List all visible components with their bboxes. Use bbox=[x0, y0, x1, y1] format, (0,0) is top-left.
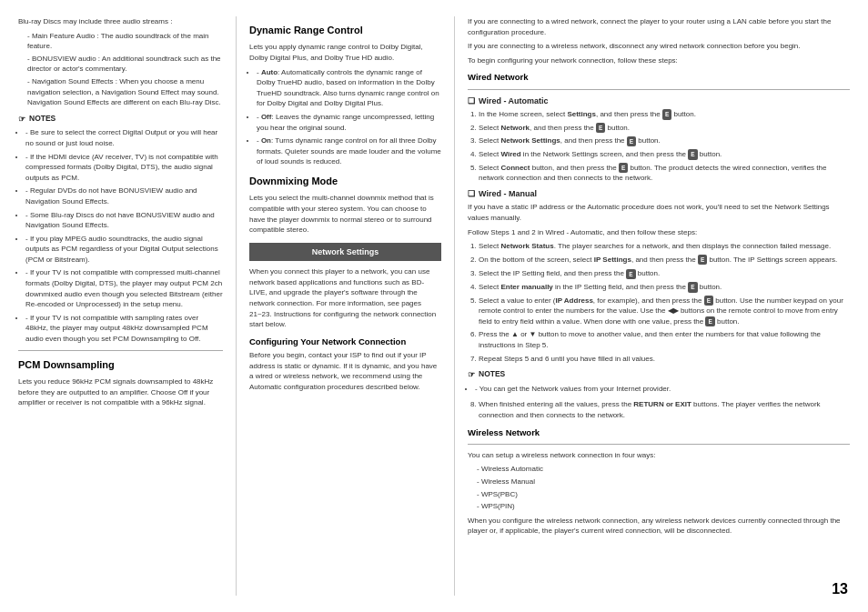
network-connect-text: When you connect this player to a networ… bbox=[249, 266, 441, 330]
wired-auto-step-3: Select Network Settings, and then press … bbox=[479, 135, 850, 146]
audio-list: Main Feature Audio : The audio soundtrac… bbox=[27, 31, 223, 108]
step-5: Select a value to enter (IP Address, for… bbox=[479, 296, 850, 327]
wired-auto-step-4: Select Wired in the Network Settings scr… bbox=[479, 149, 850, 160]
wired-auto-steps: In the Home screen, select Settings, and… bbox=[479, 109, 850, 184]
notes-list-1: Be sure to select the correct Digital Ou… bbox=[25, 127, 223, 344]
notes-section-2: ☞ NOTES You can get the Network values f… bbox=[468, 369, 850, 394]
step-4: Select Enter manually in the IP Setting … bbox=[479, 282, 850, 293]
wired-auto-heading: Wired - Automatic bbox=[468, 95, 850, 107]
drc-auto: Auto: Automatically controls the dynamic… bbox=[257, 67, 441, 109]
note-2: If the HDMI device (AV receiver, TV) is … bbox=[25, 152, 223, 184]
drc-on: On: Turns dynamic range control on for a… bbox=[257, 135, 441, 167]
audio-item-3: Navigation Sound Effects : When you choo… bbox=[27, 76, 223, 108]
wireless-opt-1: Wireless Automatic bbox=[477, 464, 850, 475]
drc-heading: Dynamic Range Control bbox=[249, 24, 441, 37]
column-3: If you are connecting to a wired network… bbox=[455, 16, 850, 596]
audio-item-1: Main Feature Audio : The audio soundtrac… bbox=[27, 31, 223, 52]
wired-manual-step-2: On the bottom of the screen, select IP S… bbox=[479, 255, 850, 266]
drc-list: Auto: Automatically controls the dynamic… bbox=[257, 67, 441, 167]
notes-icon-1: ☞ bbox=[18, 114, 25, 125]
configure-heading: Configuring Your Network Connection bbox=[249, 336, 441, 347]
step-8-list: When finished entering all the values, p… bbox=[479, 399, 850, 420]
notes-section-1: ☞ NOTES Be sure to select the correct Di… bbox=[18, 114, 223, 345]
divider-1 bbox=[18, 350, 223, 351]
notes-header-2: ☞ NOTES bbox=[468, 369, 850, 381]
step-6: Press the ▲ or ▼ button to move to anoth… bbox=[479, 329, 850, 350]
wired-auto-step-1: In the Home screen, select Settings, and… bbox=[479, 109, 850, 120]
note-4: Some Blu-ray Discs do not have BONUSVIEW… bbox=[25, 210, 223, 231]
wired-manual-step-1: Select Network Status. The player search… bbox=[479, 241, 850, 252]
wireless-text: When you configure the wireless network … bbox=[468, 516, 850, 537]
wired-manual-intro-1: If you have a static IP address or the A… bbox=[468, 202, 850, 223]
wired-manual-intro-2: Follow Steps 1 and 2 in Wired - Automati… bbox=[468, 227, 850, 238]
divider-wired bbox=[468, 89, 850, 90]
pcm-heading: PCM Downsampling bbox=[18, 358, 223, 372]
notes-list-2: You can get the Network values from your… bbox=[475, 384, 850, 395]
downmix-text: Lets you select the multi-channel downmi… bbox=[249, 193, 441, 235]
notes-icon-2: ☞ bbox=[468, 369, 475, 381]
step-7: Repeat Steps 5 and 6 until you have fill… bbox=[479, 354, 850, 365]
note-1: Be sure to select the correct Digital Ou… bbox=[25, 127, 223, 148]
note-6: If your TV is not compatible with compre… bbox=[25, 267, 223, 309]
column-2: Dynamic Range Control Lets you apply dyn… bbox=[237, 16, 455, 596]
wired-auto-step-2: Select Network, and then press the E but… bbox=[479, 123, 850, 134]
wireless-opt-4: WPS(PIN) bbox=[477, 501, 850, 512]
downmix-heading: Downmixing Mode bbox=[249, 175, 441, 188]
intro-text: Blu-ray Discs may include three audio st… bbox=[18, 16, 223, 27]
wired-intro-2: If you are connecting to a wireless netw… bbox=[468, 41, 850, 52]
wired-intro-1: If you are connecting to a wired network… bbox=[468, 16, 850, 37]
drc-off: Off: Leaves the dynamic range uncompress… bbox=[257, 112, 441, 133]
note-3: Regular DVDs do not have BONUSVIEW audio… bbox=[25, 186, 223, 206]
wired-intro-3: To begin configuring your network connec… bbox=[468, 55, 850, 66]
notes-header-1: ☞ NOTES bbox=[18, 114, 223, 125]
wired-network-heading: Wired Network bbox=[468, 71, 850, 83]
wireless-intro: You can setup a wireless network connect… bbox=[468, 450, 850, 461]
pcm-text: Lets you reduce 96kHz PCM signals downsa… bbox=[18, 376, 223, 408]
wired-manual-heading: Wired - Manual bbox=[468, 188, 850, 200]
page-number: 13 bbox=[832, 579, 848, 599]
wired-auto-step-5: Select Connect button, and then press th… bbox=[479, 163, 850, 184]
audio-item-2: BONUSVIEW audio : An additional soundtra… bbox=[27, 54, 223, 75]
wireless-opt-3: WPS(PBC) bbox=[477, 489, 850, 500]
wireless-heading: Wireless Network bbox=[468, 426, 850, 438]
wireless-opt-2: Wireless Manual bbox=[477, 477, 850, 487]
wired-manual-steps: Select Network Status. The player search… bbox=[479, 241, 850, 265]
note-col3-1: You can get the Network values from your… bbox=[475, 384, 850, 395]
note-5: If you play MPEG audio soundtracks, the … bbox=[25, 234, 223, 266]
drc-intro: Lets you apply dynamic range control to … bbox=[249, 42, 441, 63]
wireless-options: Wireless Automatic Wireless Manual WPS(P… bbox=[477, 464, 850, 511]
step-3: Select the IP Setting field, and then pr… bbox=[479, 268, 850, 279]
wired-manual-steps-cont: Select the IP Setting field, and then pr… bbox=[479, 268, 850, 364]
page: Blu-ray Discs may include three audio st… bbox=[0, 0, 868, 612]
step-8: When finished entering all the values, p… bbox=[479, 399, 850, 420]
configure-text1: Before you begin, contact your ISP to fi… bbox=[249, 350, 441, 392]
network-settings-banner: Network Settings bbox=[249, 243, 441, 262]
column-1: Blu-ray Discs may include three audio st… bbox=[18, 16, 237, 596]
note-7: If your TV is not compatible with sampli… bbox=[25, 313, 223, 345]
divider-wireless bbox=[468, 444, 850, 445]
